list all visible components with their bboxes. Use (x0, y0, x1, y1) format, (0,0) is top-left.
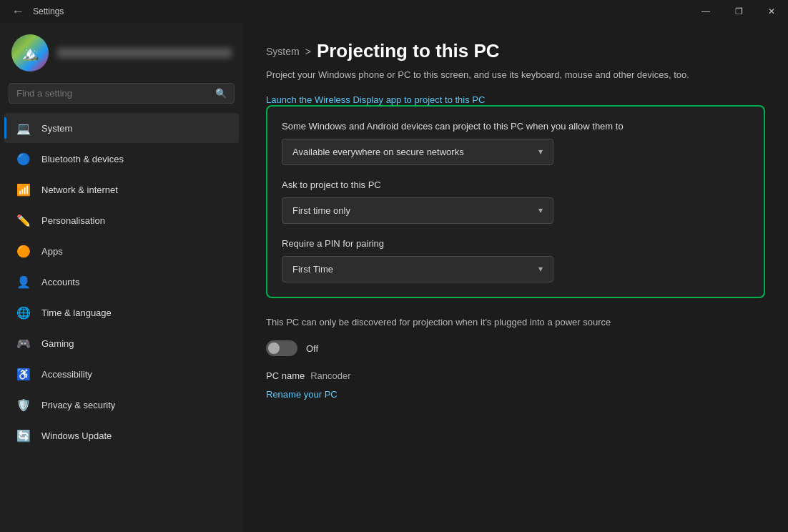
maximize-button[interactable]: ❐ (722, 0, 755, 23)
titlebar-controls: — ❐ ✕ (689, 0, 788, 23)
sidebar-item-system[interactable]: 💻System (4, 113, 239, 143)
sidebar-item-label-privacy: Privacy & security (41, 400, 115, 410)
power-note: This PC can only be discovered for proje… (266, 315, 765, 330)
sidebar-item-label-network: Network & internet (41, 184, 118, 195)
breadcrumb-parent: System (266, 46, 300, 57)
time-icon: 🌐 (16, 305, 31, 320)
sidebar-item-time[interactable]: 🌐Time & language (4, 297, 239, 327)
project-permission-arrow: ▾ (538, 147, 543, 157)
pc-name-value: Rancoder (310, 370, 350, 381)
personalisation-icon: ✏️ (16, 212, 31, 228)
sidebar-item-accessibility[interactable]: ♿Accessibility (4, 359, 239, 389)
sidebar-item-label-update: Windows Update (41, 430, 112, 441)
ask-project-arrow: ▾ (538, 205, 543, 215)
sidebar-item-accounts[interactable]: 👤Accounts (4, 267, 239, 297)
sidebar-item-label-accounts: Accounts (41, 277, 79, 287)
sidebar-item-label-accessibility: Accessibility (41, 369, 92, 380)
search-icon: 🔍 (215, 88, 227, 99)
breadcrumb: System > Projecting to this PC (266, 40, 765, 62)
pin-value: First Time (292, 264, 333, 275)
search-container: 🔍 (0, 80, 243, 112)
toggle-knob (268, 343, 280, 354)
toggle-label: Off (306, 343, 318, 354)
sidebar-item-label-personalisation: Personalisation (41, 215, 105, 226)
project-permission-value: Available everywhere on secure networks (292, 147, 464, 157)
titlebar: ← Settings — ❐ ✕ (0, 0, 788, 23)
gaming-icon: 🎮 (16, 335, 31, 351)
sidebar: 🏔️ 🔍 💻System🔵Bluetooth & devices📶Network… (0, 23, 243, 532)
apps-icon: 🟠 (16, 243, 31, 259)
sidebar-item-gaming[interactable]: 🎮Gaming (4, 328, 239, 358)
nav-list: 💻System🔵Bluetooth & devices📶Network & in… (0, 112, 243, 451)
power-toggle-row: Off (266, 340, 765, 356)
pc-name-key: PC name (266, 370, 305, 381)
update-icon: 🔄 (16, 428, 31, 443)
pc-name-row: PC name Rancoder (266, 370, 765, 381)
sidebar-item-apps[interactable]: 🟠Apps (4, 236, 239, 266)
search-box[interactable]: 🔍 (9, 83, 235, 104)
ask-project-value: First time only (292, 205, 350, 216)
system-icon: 💻 (16, 120, 31, 136)
ask-project-dropdown[interactable]: First time only ▾ (282, 197, 553, 224)
bluetooth-icon: 🔵 (16, 151, 31, 167)
sidebar-item-label-time: Time & language (41, 307, 112, 318)
user-profile: 🏔️ (0, 23, 243, 80)
minimize-button[interactable]: — (689, 0, 722, 23)
sidebar-item-bluetooth[interactable]: 🔵Bluetooth & devices (4, 144, 239, 174)
network-icon: 📶 (16, 182, 31, 197)
project-permission-dropdown[interactable]: Available everywhere on secure networks … (282, 139, 553, 165)
ask-project-section: Ask to project to this PC First time onl… (282, 179, 749, 224)
accounts-icon: 👤 (16, 274, 31, 290)
search-input[interactable] (16, 88, 210, 99)
sidebar-item-label-apps: Apps (41, 246, 63, 257)
pin-label: Require a PIN for pairing (282, 238, 749, 249)
sidebar-item-label-gaming: Gaming (41, 338, 74, 349)
close-button[interactable]: ✕ (755, 0, 788, 23)
sidebar-item-network[interactable]: 📶Network & internet (4, 174, 239, 205)
app-body: 🏔️ 🔍 💻System🔵Bluetooth & devices📶Network… (0, 23, 788, 532)
power-toggle[interactable] (266, 340, 297, 356)
settings-box: Some Windows and Android devices can pro… (266, 105, 765, 298)
app-title: Settings (33, 6, 64, 16)
privacy-icon: 🛡️ (16, 397, 31, 413)
pin-section: Require a PIN for pairing First Time ▾ (282, 238, 749, 282)
titlebar-left: ← Settings (9, 3, 64, 21)
sidebar-item-label-bluetooth: Bluetooth & devices (41, 154, 124, 164)
ask-project-label: Ask to project to this PC (282, 179, 749, 190)
launch-app-link[interactable]: Launch the Wireless Display app to proje… (266, 94, 485, 105)
project-permission-section: Some Windows and Android devices can pro… (282, 121, 749, 165)
project-permission-label: Some Windows and Android devices can pro… (282, 121, 749, 132)
sidebar-item-update[interactable]: 🔄Windows Update (4, 420, 239, 450)
sidebar-item-privacy[interactable]: 🛡️Privacy & security (4, 390, 239, 420)
main-content: System > Projecting to this PC Project y… (243, 23, 788, 532)
back-button[interactable]: ← (9, 3, 27, 21)
pin-arrow: ▾ (538, 264, 543, 274)
pin-dropdown[interactable]: First Time ▾ (282, 256, 553, 282)
sidebar-item-label-system: System (41, 123, 72, 134)
avatar: 🏔️ (11, 34, 49, 72)
sidebar-item-personalisation[interactable]: ✏️Personalisation (4, 205, 239, 235)
user-name (57, 48, 232, 58)
rename-link[interactable]: Rename your PC (266, 389, 338, 400)
accessibility-icon: ♿ (16, 366, 31, 382)
breadcrumb-separator: > (305, 46, 311, 57)
page-title: Projecting to this PC (317, 40, 500, 62)
page-description: Project your Windows phone or PC to this… (266, 68, 765, 82)
